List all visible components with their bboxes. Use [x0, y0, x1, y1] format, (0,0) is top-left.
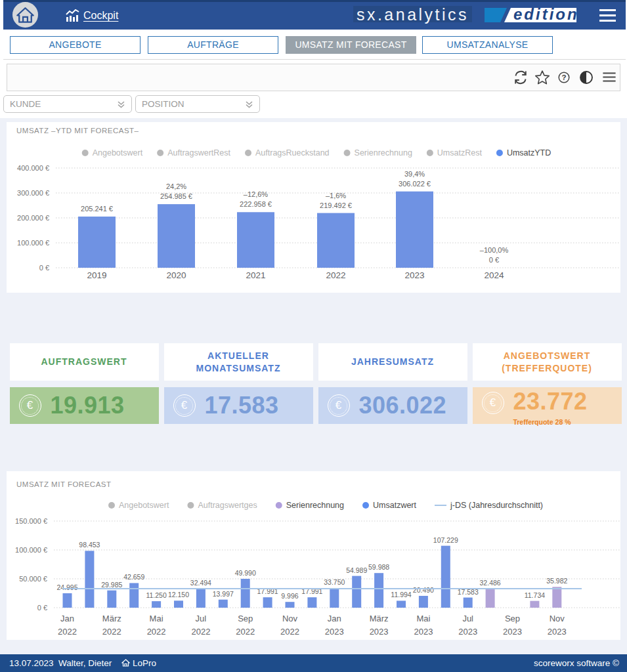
svg-text:11.994: 11.994 [391, 591, 411, 598]
svg-text:2022: 2022 [191, 627, 210, 637]
svg-text:2023: 2023 [325, 627, 344, 637]
svg-text:32.494: 32.494 [190, 579, 211, 587]
svg-text:100.000 €: 100.000 € [17, 239, 49, 247]
svg-text:2024: 2024 [484, 270, 504, 280]
svg-text:2023: 2023 [503, 627, 522, 637]
svg-text:39,4%: 39,4% [404, 170, 425, 178]
svg-text:Serienrechnung: Serienrechnung [286, 501, 344, 510]
svg-text:UmsatzYTD: UmsatzYTD [507, 148, 551, 158]
svg-text:–12,6%: –12,6% [244, 190, 269, 198]
svg-text:UMSATZ MIT FORECAST: UMSATZ MIT FORECAST [16, 480, 112, 488]
svg-text:Jan: Jan [60, 614, 74, 623]
svg-text:Jul: Jul [462, 614, 473, 623]
svg-text:33.750: 33.750 [324, 578, 345, 586]
svg-text:2023: 2023 [404, 270, 424, 280]
svg-text:Nov: Nov [550, 614, 565, 623]
svg-text:12.150: 12.150 [168, 591, 189, 598]
svg-text:Sep: Sep [238, 614, 253, 623]
svg-text:24.995: 24.995 [56, 583, 77, 591]
svg-text:59.988: 59.988 [368, 563, 389, 571]
svg-text:März: März [370, 614, 389, 623]
svg-text:20.490: 20.490 [413, 586, 434, 594]
svg-text:Nov: Nov [282, 614, 298, 623]
svg-text:306.022 €: 306.022 € [399, 180, 431, 188]
svg-text:11.734: 11.734 [525, 591, 545, 599]
svg-text:98.453: 98.453 [79, 541, 100, 549]
svg-text:0 €: 0 € [39, 264, 49, 272]
svg-text:2022: 2022 [58, 627, 77, 637]
svg-text:219.492 €: 219.492 € [320, 201, 352, 209]
svg-text:42.659: 42.659 [123, 573, 144, 581]
svg-text:–100,0%: –100,0% [480, 246, 509, 254]
svg-text:AuftragswertRest: AuftragswertRest [167, 148, 230, 158]
svg-text:205.241 €: 205.241 € [81, 205, 113, 213]
svg-text:Mai: Mai [416, 614, 430, 623]
svg-text:11.250: 11.250 [146, 591, 166, 599]
svg-text:24,2%: 24,2% [166, 182, 186, 190]
svg-text:29.985: 29.985 [101, 581, 122, 589]
svg-text:32.486: 32.486 [480, 579, 501, 587]
svg-text:–1,6%: –1,6% [326, 192, 346, 200]
svg-text:UmsatzRest: UmsatzRest [437, 148, 483, 158]
svg-text:Sep: Sep [505, 614, 520, 623]
svg-text:2021: 2021 [246, 270, 265, 280]
svg-text:Serienrechnung: Serienrechnung [355, 148, 412, 158]
svg-text:0 €: 0 € [489, 256, 499, 264]
svg-text:Umsatzwert: Umsatzwert [373, 501, 417, 510]
svg-text:2022: 2022 [102, 627, 121, 637]
svg-text:AuftragsRueckstand: AuftragsRueckstand [255, 148, 330, 158]
svg-text:9.996: 9.996 [281, 592, 298, 600]
svg-text:150.000 €: 150.000 € [15, 517, 47, 525]
svg-text:Angebotswert: Angebotswert [93, 148, 143, 158]
svg-text:200.000 €: 200.000 € [17, 214, 49, 222]
svg-text:35.982: 35.982 [546, 577, 567, 585]
svg-text:300.000 €: 300.000 € [17, 189, 49, 197]
svg-text:107.229: 107.229 [433, 536, 458, 544]
svg-text:Jul: Jul [196, 614, 207, 623]
svg-text:UMSATZ –YTD MIT FORECAST–: UMSATZ –YTD MIT FORECAST– [16, 127, 139, 135]
svg-text:50.000 €: 50.000 € [19, 575, 47, 583]
svg-text:100.000 €: 100.000 € [15, 546, 47, 554]
svg-text:2020: 2020 [166, 270, 186, 280]
svg-text:2019: 2019 [87, 270, 106, 280]
svg-text:Jan: Jan [328, 614, 341, 623]
svg-text:2023: 2023 [370, 627, 389, 637]
svg-text:2023: 2023 [458, 627, 477, 637]
svg-text:2023: 2023 [548, 627, 567, 637]
svg-text:edition: edition [513, 8, 579, 22]
svg-text:400.000 €: 400.000 € [17, 164, 49, 172]
svg-text:Mai: Mai [150, 614, 163, 623]
svg-text:2022: 2022 [236, 627, 255, 637]
svg-text:13.997: 13.997 [213, 590, 234, 598]
svg-text:2022: 2022 [147, 627, 166, 637]
svg-text:Auftragswertges: Auftragswertges [198, 501, 257, 510]
svg-text:254.985 €: 254.985 € [160, 192, 192, 200]
svg-text:März: März [102, 614, 121, 623]
svg-text:54.989: 54.989 [346, 566, 367, 574]
svg-text:2023: 2023 [414, 627, 433, 637]
svg-text:0 €: 0 € [37, 604, 47, 612]
svg-text:?: ? [561, 74, 566, 81]
svg-text:Angebotswert: Angebotswert [119, 501, 169, 510]
svg-text:j-DS (Jahresdurchschnitt): j-DS (Jahresdurchschnitt) [450, 501, 543, 510]
svg-text:2022: 2022 [280, 627, 299, 637]
svg-text:222.958 €: 222.958 € [240, 200, 272, 208]
svg-text:49.990: 49.990 [235, 569, 256, 577]
svg-text:2022: 2022 [326, 270, 345, 280]
